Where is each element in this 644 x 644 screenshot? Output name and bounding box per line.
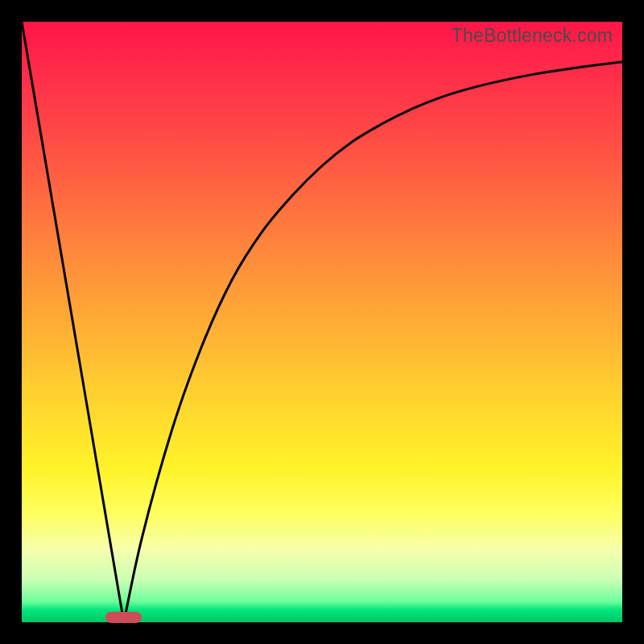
left-line-path	[22, 22, 124, 622]
chart-frame: TheBottleneck.com	[0, 0, 644, 644]
chart-lines	[22, 22, 622, 622]
minimum-marker	[105, 612, 142, 623]
plot-area: TheBottleneck.com	[22, 22, 622, 622]
right-curve-path	[124, 62, 622, 622]
